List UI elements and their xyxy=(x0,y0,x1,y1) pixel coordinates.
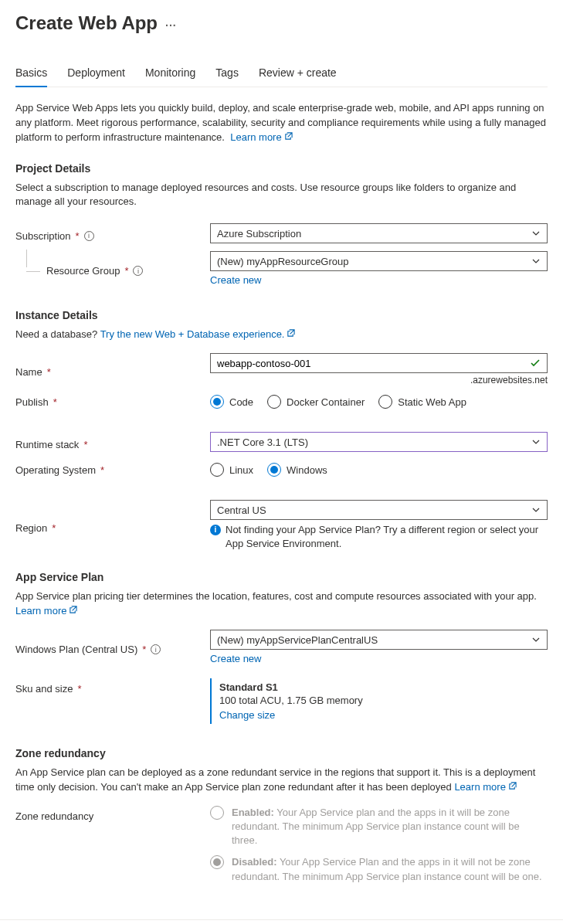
chevron-down-icon xyxy=(531,256,541,266)
plan-learn-more-link[interactable]: Learn more xyxy=(15,605,77,617)
instance-details-heading: Instance Details xyxy=(15,309,548,321)
os-label: Operating System* xyxy=(15,460,210,476)
region-dropdown[interactable]: Central US xyxy=(210,500,548,520)
intro-text: App Service Web Apps lets you quickly bu… xyxy=(15,101,548,145)
change-size-link[interactable]: Change size xyxy=(219,709,275,721)
rg-create-new-link[interactable]: Create new xyxy=(210,274,261,286)
tab-monitoring[interactable]: Monitoring xyxy=(145,60,195,87)
info-icon[interactable]: i xyxy=(151,644,161,654)
tab-deployment[interactable]: Deployment xyxy=(67,60,125,87)
chevron-down-icon xyxy=(531,505,541,515)
publish-code-radio[interactable]: Code xyxy=(210,395,253,409)
plan-heading: App Service Plan xyxy=(15,571,548,583)
web-database-link[interactable]: Try the new Web + Database experience. xyxy=(100,328,296,340)
resource-group-label: Resource Group* i xyxy=(15,260,210,277)
project-details-heading: Project Details xyxy=(15,162,548,175)
subscription-label: Subscription* i xyxy=(15,226,210,242)
sku-box: Standard S1 100 total ACU, 1.75 GB memor… xyxy=(210,678,548,724)
page-title: Create Web App xyxy=(15,12,158,34)
intro-learn-more-link[interactable]: Learn more xyxy=(230,131,292,143)
zone-disabled-text: Disabled: Your App Service Plan and the … xyxy=(232,855,548,883)
zone-label: Zone redundancy xyxy=(15,806,210,822)
runtime-dropdown[interactable]: .NET Core 3.1 (LTS) xyxy=(210,432,548,452)
more-menu-icon[interactable]: ··· xyxy=(165,15,177,32)
check-icon xyxy=(530,358,541,369)
sku-title: Standard S1 xyxy=(219,681,548,693)
tabs: Basics Deployment Monitoring Tags Review… xyxy=(15,60,548,87)
sku-sub: 100 total ACU, 1.75 GB memory xyxy=(219,695,548,706)
os-linux-radio[interactable]: Linux xyxy=(210,463,253,477)
zone-enabled-text: Enabled: Your App Service plan and the a… xyxy=(232,806,548,848)
footer: Review + create < Previous Next : Deploy… xyxy=(0,919,563,924)
tab-tags[interactable]: Tags xyxy=(215,60,239,87)
zone-disabled-radio xyxy=(210,855,224,869)
external-link-icon xyxy=(508,780,517,789)
name-label: Name* xyxy=(15,362,210,378)
region-hint: i Not finding your App Service Plan? Try… xyxy=(210,523,548,551)
name-suffix: .azurewebsites.net xyxy=(210,375,548,386)
info-icon[interactable]: i xyxy=(84,231,94,241)
external-link-icon xyxy=(69,604,77,613)
external-link-icon xyxy=(284,131,293,139)
resource-group-dropdown[interactable]: (New) myAppResourceGroup xyxy=(210,251,548,271)
info-filled-icon: i xyxy=(210,525,221,535)
info-icon[interactable]: i xyxy=(133,266,143,276)
publish-docker-radio[interactable]: Docker Container xyxy=(267,395,365,409)
plan-create-new-link[interactable]: Create new xyxy=(210,653,261,664)
plan-dropdown[interactable]: (New) myAppServicePlanCentralUS xyxy=(210,630,548,650)
name-input[interactable] xyxy=(210,353,548,373)
subscription-dropdown[interactable]: Azure Subscription xyxy=(210,223,548,243)
project-details-desc: Select a subscription to manage deployed… xyxy=(15,181,548,210)
chevron-down-icon xyxy=(531,635,541,644)
region-label: Region* xyxy=(15,518,210,534)
zone-enabled-radio xyxy=(210,806,224,820)
plan-desc: App Service plan pricing tier determines… xyxy=(15,589,548,619)
external-link-icon xyxy=(287,328,295,336)
tab-basics[interactable]: Basics xyxy=(15,60,47,87)
publish-label: Publish* xyxy=(15,392,210,408)
plan-label: Windows Plan (Central US)* i xyxy=(15,639,210,655)
chevron-down-icon xyxy=(531,437,541,447)
chevron-down-icon xyxy=(531,229,541,238)
sku-label: Sku and size* xyxy=(15,678,210,695)
tab-review[interactable]: Review + create xyxy=(259,60,337,87)
zone-desc: An App Service plan can be deployed as a… xyxy=(15,766,548,795)
runtime-label: Runtime stack* xyxy=(15,434,210,450)
zone-learn-more-link[interactable]: Learn more xyxy=(454,781,516,793)
zone-heading: Zone redundancy xyxy=(15,747,548,759)
os-windows-radio[interactable]: Windows xyxy=(267,463,327,477)
publish-static-radio[interactable]: Static Web App xyxy=(378,395,466,409)
instance-db-prompt: Need a database? Try the new Web + Datab… xyxy=(15,328,548,342)
